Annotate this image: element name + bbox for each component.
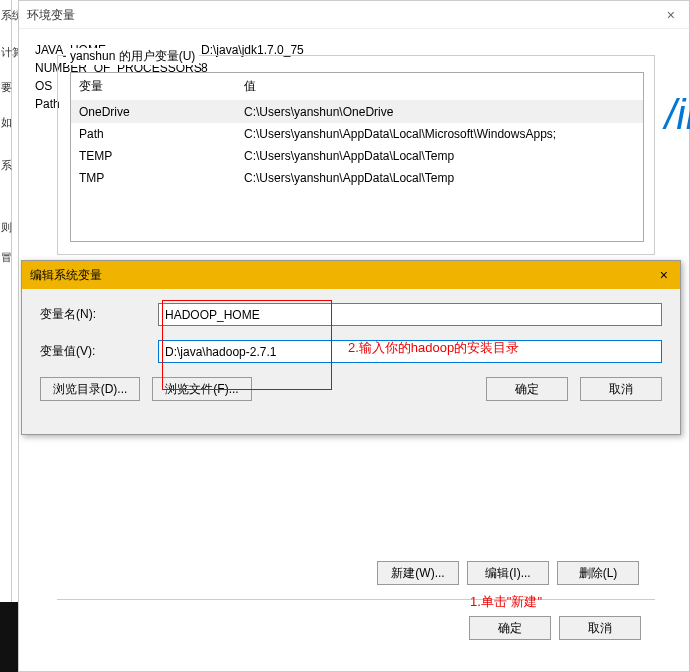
table-row[interactable]: TMP C:\Users\yanshun\AppData\Local\Temp [71,167,643,189]
bg-label: 则 [1,220,12,235]
edit-sys-var-dialog: 编辑系统变量 × 变量名(N): 变量值(V): 浏览目录(D)... 浏览文件… [21,260,681,435]
col-header-val[interactable]: 值 [236,73,643,100]
edit-dialog-title: 编辑系统变量 [30,267,102,284]
dialog-title: 环境变量 [27,1,75,28]
user-vars-table[interactable]: 变量 值 OneDrive C:\Users\yanshun\OneDrive … [70,72,644,242]
table-row[interactable]: TEMP C:\Users\yanshun\AppData\Local\Temp [71,145,643,167]
edit-sys-var-button[interactable]: 编辑(I)... [467,561,549,585]
side-decoration: /in [665,91,690,139]
var-name-label: 变量名(N): [40,306,158,323]
user-vars-label: yanshun 的用户变量(U) [66,48,199,65]
bg-label: 要 [1,80,12,95]
close-icon[interactable]: × [656,267,672,283]
cancel-button[interactable]: 取消 [559,616,641,640]
title-bar: 环境变量 × [19,1,689,29]
edit-title-bar: 编辑系统变量 × [22,261,680,289]
bg-label: 冒 [1,250,12,265]
var-value-input[interactable] [158,340,662,363]
edit-cancel-button[interactable]: 取消 [580,377,662,401]
delete-sys-var-button[interactable]: 删除(L) [557,561,639,585]
user-vars-group: yanshun 的用户变量(U) 变量 值 OneDrive C:\Users\… [57,55,655,255]
col-header-var[interactable]: 变量 [71,73,236,100]
var-name-input[interactable] [158,303,662,326]
new-sys-var-button[interactable]: 新建(W)... [377,561,459,585]
ok-button[interactable]: 确定 [469,616,551,640]
var-value-label: 变量值(V): [40,343,158,360]
table-row[interactable]: OneDrive C:\Users\yanshun\OneDrive [71,101,643,123]
bg-label: 如 [1,115,12,130]
browse-file-button[interactable]: 浏览文件(F)... [152,377,252,401]
bg-label: 系 [1,158,12,173]
browse-dir-button[interactable]: 浏览目录(D)... [40,377,140,401]
table-row[interactable]: Path C:\Users\yanshun\AppData\Local\Micr… [71,123,643,145]
edit-ok-button[interactable]: 确定 [486,377,568,401]
close-icon[interactable]: × [661,1,681,28]
